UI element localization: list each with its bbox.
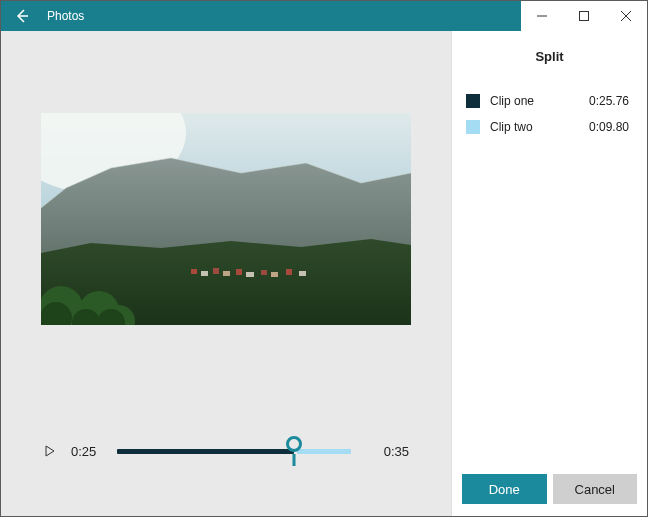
maximize-button[interactable]: [563, 1, 605, 31]
preview-container: [1, 31, 451, 406]
svg-rect-9: [223, 271, 230, 276]
timeline-track[interactable]: [117, 442, 363, 460]
panel-buttons: Done Cancel: [452, 464, 647, 516]
play-icon: [45, 445, 55, 457]
clip-swatch-icon: [466, 94, 480, 108]
app-window: Photos: [0, 0, 648, 517]
clip-name: Clip two: [490, 120, 579, 134]
svg-rect-13: [271, 272, 278, 277]
svg-rect-12: [261, 270, 267, 275]
minimize-button[interactable]: [521, 1, 563, 31]
clip-swatch-icon: [466, 120, 480, 134]
clip-two-bar: [297, 449, 351, 454]
minimize-icon: [537, 11, 547, 21]
done-button[interactable]: Done: [462, 474, 547, 504]
svg-rect-8: [213, 268, 219, 274]
clip-duration: 0:09.80: [589, 120, 629, 134]
maximize-icon: [579, 11, 589, 21]
play-button[interactable]: [43, 443, 57, 459]
svg-rect-14: [286, 269, 292, 275]
close-icon: [621, 11, 631, 21]
preview-frame-image: [41, 113, 411, 325]
back-button[interactable]: [1, 1, 43, 31]
titlebar: Photos: [1, 1, 647, 31]
cancel-button[interactable]: Cancel: [553, 474, 638, 504]
window-controls: [521, 1, 647, 31]
panel-title: Split: [452, 31, 647, 88]
svg-rect-1: [580, 12, 589, 21]
svg-rect-7: [201, 271, 208, 276]
app-body: 0:25 0:35 Split Clip one 0:25.76 Clip tw…: [1, 31, 647, 516]
video-preview[interactable]: [41, 113, 411, 325]
back-icon: [14, 8, 30, 24]
split-panel: Split Clip one 0:25.76 Clip two 0:09.80 …: [451, 31, 647, 516]
clip-one-bar: [117, 449, 294, 454]
clip-duration: 0:25.76: [589, 94, 629, 108]
svg-rect-11: [246, 272, 254, 277]
total-time: 0:35: [377, 444, 409, 459]
current-time: 0:25: [71, 444, 103, 459]
video-panel: 0:25 0:35: [1, 31, 451, 516]
close-button[interactable]: [605, 1, 647, 31]
svg-rect-6: [191, 269, 197, 274]
app-title: Photos: [43, 9, 84, 23]
clip-row: Clip one 0:25.76: [452, 88, 647, 114]
svg-rect-10: [236, 269, 242, 275]
svg-rect-15: [299, 271, 306, 276]
split-handle[interactable]: [286, 436, 302, 452]
clip-row: Clip two 0:09.80: [452, 114, 647, 140]
timeline: 0:25 0:35: [1, 406, 451, 516]
clip-name: Clip one: [490, 94, 579, 108]
